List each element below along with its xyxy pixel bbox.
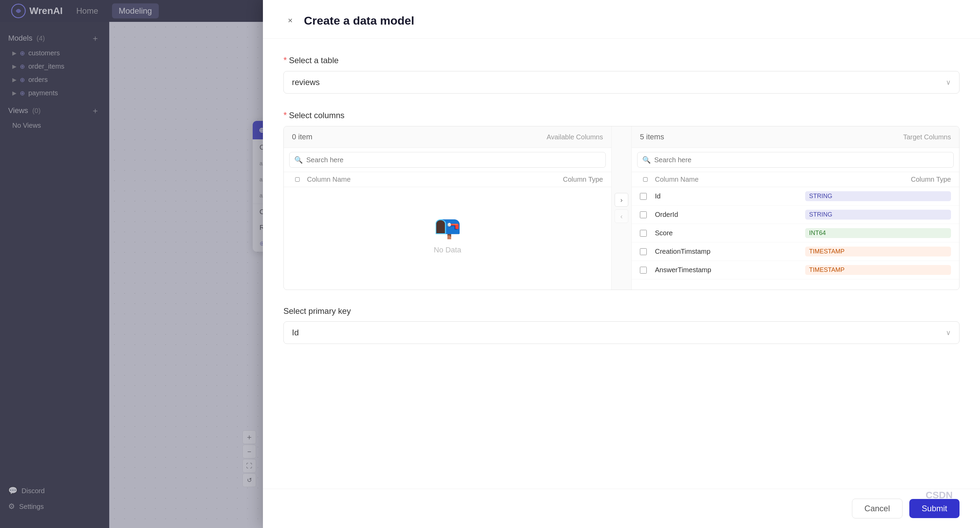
modal-body: * Select a table reviews ∨ * Select colu… bbox=[263, 38, 980, 489]
target-panel-header: 5 items Target Columns bbox=[632, 126, 959, 148]
column-name: Score bbox=[655, 229, 801, 237]
column-name: OrderId bbox=[655, 211, 801, 219]
cancel-button[interactable]: Cancel bbox=[852, 499, 903, 518]
available-label: Available Columns bbox=[547, 133, 603, 141]
select-all-target-checkbox[interactable] bbox=[640, 177, 651, 182]
columns-grid: 0 item Available Columns 🔍 Column Name C… bbox=[283, 126, 959, 290]
columns-label: * Select columns bbox=[283, 110, 959, 121]
available-panel-header: 0 item Available Columns bbox=[284, 126, 611, 148]
available-col-header: Column Name Column Type bbox=[284, 172, 611, 187]
modal-close-button[interactable]: × bbox=[283, 14, 297, 27]
column-name: Id bbox=[655, 192, 801, 200]
select-all-available-checkbox[interactable] bbox=[292, 177, 303, 182]
table-row: OrderIdSTRING bbox=[632, 205, 959, 224]
modal-header: × Create a data model bbox=[263, 0, 980, 38]
column-name: AnswerTimestamp bbox=[655, 266, 801, 274]
available-search-inner: 🔍 bbox=[289, 152, 606, 168]
target-search-inner: 🔍 bbox=[637, 152, 954, 168]
search-icon: 🔍 bbox=[642, 156, 651, 164]
columns-required-star: * bbox=[283, 110, 287, 121]
select-table-section: * Select a table reviews ∨ bbox=[283, 55, 959, 94]
primary-key-section: Select primary key Id ∨ bbox=[283, 306, 959, 344]
column-type-badge: TIMESTAMP bbox=[805, 265, 951, 275]
target-columns-list: IdSTRINGOrderIdSTRINGScoreINT64CreationT… bbox=[632, 187, 959, 289]
no-data-icon: 📭 bbox=[434, 215, 461, 240]
column-type-badge: INT64 bbox=[805, 228, 951, 238]
column-checkbox[interactable] bbox=[640, 230, 647, 237]
search-icon: 🔍 bbox=[294, 156, 303, 164]
target-search-input[interactable] bbox=[654, 156, 948, 164]
submit-button[interactable]: Submit bbox=[909, 499, 959, 518]
table-row: AnswerTimestampTIMESTAMP bbox=[632, 261, 959, 279]
available-columns-panel: 0 item Available Columns 🔍 Column Name C… bbox=[284, 126, 611, 289]
primary-key-label: Select primary key bbox=[283, 306, 959, 316]
primary-key-select[interactable]: Id ∨ bbox=[283, 321, 959, 344]
available-search-wrap: 🔍 bbox=[284, 148, 611, 172]
column-checkbox[interactable] bbox=[640, 212, 647, 218]
column-checkbox[interactable] bbox=[640, 267, 647, 274]
select-columns-section: * Select columns 0 item Available Column… bbox=[283, 110, 959, 290]
no-data-area: 📭 No Data bbox=[284, 187, 611, 282]
no-data-text: No Data bbox=[434, 246, 461, 254]
column-type-badge: TIMESTAMP bbox=[805, 247, 951, 256]
table-required-star: * bbox=[283, 55, 287, 65]
column-type-badge: STRING bbox=[805, 191, 951, 201]
table-row: IdSTRING bbox=[632, 187, 959, 205]
column-checkbox[interactable] bbox=[640, 193, 647, 200]
column-type-badge: STRING bbox=[805, 210, 951, 219]
column-name: CreationTimstamp bbox=[655, 248, 801, 256]
modal-title: Create a data model bbox=[304, 14, 414, 27]
table-row: CreationTimstampTIMESTAMP bbox=[632, 242, 959, 261]
available-count: 0 item bbox=[292, 132, 312, 142]
table-select[interactable]: reviews ∨ bbox=[283, 71, 959, 94]
available-search-input[interactable] bbox=[306, 156, 601, 164]
transfer-buttons: › ‹ bbox=[611, 126, 632, 289]
target-label: Target Columns bbox=[903, 133, 951, 141]
modal-footer: Cancel Submit bbox=[263, 489, 980, 528]
column-checkbox[interactable] bbox=[640, 248, 647, 255]
transfer-right-button[interactable]: › bbox=[615, 193, 628, 207]
pk-chevron-down-icon: ∨ bbox=[946, 329, 951, 337]
target-col-header: Column Name Column Type bbox=[632, 172, 959, 187]
table-label: * Select a table bbox=[283, 55, 959, 65]
create-data-model-modal: × Create a data model * Select a table r… bbox=[263, 0, 980, 528]
target-count: 5 items bbox=[640, 132, 664, 142]
table-row: ScoreINT64 bbox=[632, 224, 959, 242]
target-columns-panel: 5 items Target Columns 🔍 Column Name Col… bbox=[632, 126, 959, 289]
transfer-left-button[interactable]: ‹ bbox=[615, 209, 628, 223]
target-search-wrap: 🔍 bbox=[632, 148, 959, 172]
watermark: CSDN bbox=[926, 490, 953, 501]
chevron-down-icon: ∨ bbox=[946, 78, 951, 86]
